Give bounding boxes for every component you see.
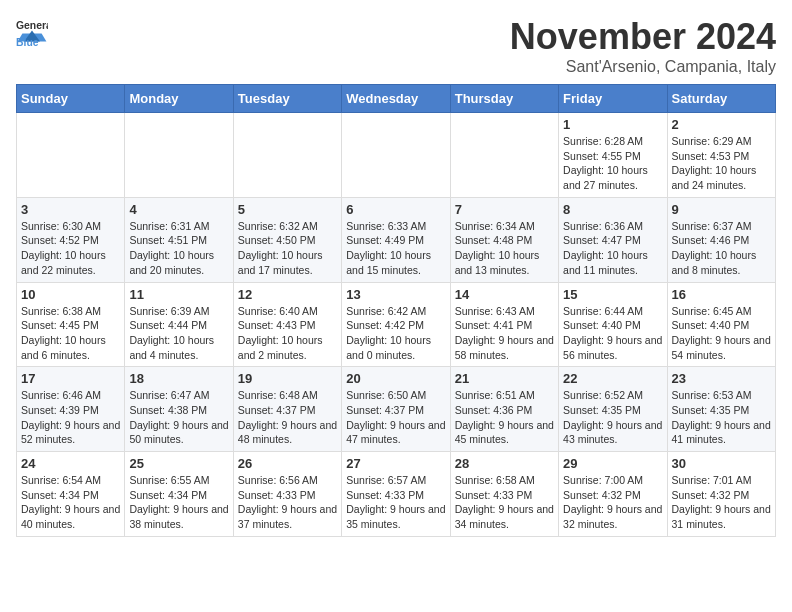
day-number: 23 (672, 371, 771, 386)
calendar-cell: 23Sunrise: 6:53 AM Sunset: 4:35 PM Dayli… (667, 367, 775, 452)
calendar-cell (17, 113, 125, 198)
calendar-cell: 25Sunrise: 6:55 AM Sunset: 4:34 PM Dayli… (125, 452, 233, 537)
calendar-body: 1Sunrise: 6:28 AM Sunset: 4:55 PM Daylig… (17, 113, 776, 537)
day-number: 17 (21, 371, 120, 386)
calendar-cell: 18Sunrise: 6:47 AM Sunset: 4:38 PM Dayli… (125, 367, 233, 452)
header-cell-monday: Monday (125, 85, 233, 113)
calendar-cell: 17Sunrise: 6:46 AM Sunset: 4:39 PM Dayli… (17, 367, 125, 452)
day-number: 10 (21, 287, 120, 302)
svg-text:Blue: Blue (16, 37, 39, 48)
day-number: 16 (672, 287, 771, 302)
calendar-week-5: 24Sunrise: 6:54 AM Sunset: 4:34 PM Dayli… (17, 452, 776, 537)
title-area: November 2024 Sant'Arsenio, Campania, It… (510, 16, 776, 76)
day-number: 19 (238, 371, 337, 386)
day-number: 1 (563, 117, 662, 132)
day-info: Sunrise: 6:46 AM Sunset: 4:39 PM Dayligh… (21, 388, 120, 447)
calendar-cell: 15Sunrise: 6:44 AM Sunset: 4:40 PM Dayli… (559, 282, 667, 367)
day-number: 3 (21, 202, 120, 217)
calendar-week-1: 1Sunrise: 6:28 AM Sunset: 4:55 PM Daylig… (17, 113, 776, 198)
day-info: Sunrise: 6:52 AM Sunset: 4:35 PM Dayligh… (563, 388, 662, 447)
day-info: Sunrise: 6:58 AM Sunset: 4:33 PM Dayligh… (455, 473, 554, 532)
calendar-cell: 6Sunrise: 6:33 AM Sunset: 4:49 PM Daylig… (342, 197, 450, 282)
day-info: Sunrise: 6:31 AM Sunset: 4:51 PM Dayligh… (129, 219, 228, 278)
day-number: 20 (346, 371, 445, 386)
day-number: 30 (672, 456, 771, 471)
day-number: 8 (563, 202, 662, 217)
day-info: Sunrise: 6:32 AM Sunset: 4:50 PM Dayligh… (238, 219, 337, 278)
day-number: 12 (238, 287, 337, 302)
day-number: 18 (129, 371, 228, 386)
calendar-cell: 27Sunrise: 6:57 AM Sunset: 4:33 PM Dayli… (342, 452, 450, 537)
day-info: Sunrise: 6:30 AM Sunset: 4:52 PM Dayligh… (21, 219, 120, 278)
header-cell-friday: Friday (559, 85, 667, 113)
day-info: Sunrise: 6:43 AM Sunset: 4:41 PM Dayligh… (455, 304, 554, 363)
calendar-week-3: 10Sunrise: 6:38 AM Sunset: 4:45 PM Dayli… (17, 282, 776, 367)
day-number: 7 (455, 202, 554, 217)
day-number: 4 (129, 202, 228, 217)
calendar-cell: 26Sunrise: 6:56 AM Sunset: 4:33 PM Dayli… (233, 452, 341, 537)
calendar-cell (450, 113, 558, 198)
day-info: Sunrise: 6:38 AM Sunset: 4:45 PM Dayligh… (21, 304, 120, 363)
header-cell-wednesday: Wednesday (342, 85, 450, 113)
day-number: 11 (129, 287, 228, 302)
location-subtitle: Sant'Arsenio, Campania, Italy (510, 58, 776, 76)
day-info: Sunrise: 6:42 AM Sunset: 4:42 PM Dayligh… (346, 304, 445, 363)
day-info: Sunrise: 6:48 AM Sunset: 4:37 PM Dayligh… (238, 388, 337, 447)
calendar-week-4: 17Sunrise: 6:46 AM Sunset: 4:39 PM Dayli… (17, 367, 776, 452)
calendar-cell: 8Sunrise: 6:36 AM Sunset: 4:47 PM Daylig… (559, 197, 667, 282)
calendar-cell: 22Sunrise: 6:52 AM Sunset: 4:35 PM Dayli… (559, 367, 667, 452)
day-info: Sunrise: 6:37 AM Sunset: 4:46 PM Dayligh… (672, 219, 771, 278)
day-number: 21 (455, 371, 554, 386)
calendar-cell: 14Sunrise: 6:43 AM Sunset: 4:41 PM Dayli… (450, 282, 558, 367)
header: General Blue November 2024 Sant'Arsenio,… (16, 16, 776, 76)
calendar-cell: 7Sunrise: 6:34 AM Sunset: 4:48 PM Daylig… (450, 197, 558, 282)
day-info: Sunrise: 7:00 AM Sunset: 4:32 PM Dayligh… (563, 473, 662, 532)
calendar-cell: 9Sunrise: 6:37 AM Sunset: 4:46 PM Daylig… (667, 197, 775, 282)
header-cell-tuesday: Tuesday (233, 85, 341, 113)
day-info: Sunrise: 6:34 AM Sunset: 4:48 PM Dayligh… (455, 219, 554, 278)
logo: General Blue (16, 16, 48, 48)
calendar-week-2: 3Sunrise: 6:30 AM Sunset: 4:52 PM Daylig… (17, 197, 776, 282)
calendar-cell (342, 113, 450, 198)
header-cell-sunday: Sunday (17, 85, 125, 113)
calendar-table: SundayMondayTuesdayWednesdayThursdayFrid… (16, 84, 776, 537)
day-number: 13 (346, 287, 445, 302)
calendar-cell (125, 113, 233, 198)
month-title: November 2024 (510, 16, 776, 58)
day-info: Sunrise: 6:50 AM Sunset: 4:37 PM Dayligh… (346, 388, 445, 447)
day-number: 24 (21, 456, 120, 471)
day-info: Sunrise: 6:51 AM Sunset: 4:36 PM Dayligh… (455, 388, 554, 447)
calendar-cell: 1Sunrise: 6:28 AM Sunset: 4:55 PM Daylig… (559, 113, 667, 198)
day-number: 5 (238, 202, 337, 217)
calendar-cell: 10Sunrise: 6:38 AM Sunset: 4:45 PM Dayli… (17, 282, 125, 367)
calendar-cell: 11Sunrise: 6:39 AM Sunset: 4:44 PM Dayli… (125, 282, 233, 367)
calendar-cell: 30Sunrise: 7:01 AM Sunset: 4:32 PM Dayli… (667, 452, 775, 537)
calendar-cell: 24Sunrise: 6:54 AM Sunset: 4:34 PM Dayli… (17, 452, 125, 537)
day-number: 14 (455, 287, 554, 302)
calendar-cell: 28Sunrise: 6:58 AM Sunset: 4:33 PM Dayli… (450, 452, 558, 537)
calendar-cell: 29Sunrise: 7:00 AM Sunset: 4:32 PM Dayli… (559, 452, 667, 537)
day-number: 26 (238, 456, 337, 471)
day-info: Sunrise: 6:33 AM Sunset: 4:49 PM Dayligh… (346, 219, 445, 278)
day-info: Sunrise: 6:44 AM Sunset: 4:40 PM Dayligh… (563, 304, 662, 363)
day-info: Sunrise: 6:47 AM Sunset: 4:38 PM Dayligh… (129, 388, 228, 447)
calendar-cell: 19Sunrise: 6:48 AM Sunset: 4:37 PM Dayli… (233, 367, 341, 452)
day-number: 2 (672, 117, 771, 132)
day-number: 25 (129, 456, 228, 471)
day-number: 27 (346, 456, 445, 471)
day-info: Sunrise: 6:53 AM Sunset: 4:35 PM Dayligh… (672, 388, 771, 447)
calendar-cell: 2Sunrise: 6:29 AM Sunset: 4:53 PM Daylig… (667, 113, 775, 198)
day-number: 15 (563, 287, 662, 302)
day-info: Sunrise: 6:36 AM Sunset: 4:47 PM Dayligh… (563, 219, 662, 278)
calendar-cell (233, 113, 341, 198)
day-number: 9 (672, 202, 771, 217)
day-info: Sunrise: 6:40 AM Sunset: 4:43 PM Dayligh… (238, 304, 337, 363)
calendar-cell: 12Sunrise: 6:40 AM Sunset: 4:43 PM Dayli… (233, 282, 341, 367)
calendar-cell: 16Sunrise: 6:45 AM Sunset: 4:40 PM Dayli… (667, 282, 775, 367)
day-info: Sunrise: 6:39 AM Sunset: 4:44 PM Dayligh… (129, 304, 228, 363)
day-number: 29 (563, 456, 662, 471)
day-info: Sunrise: 7:01 AM Sunset: 4:32 PM Dayligh… (672, 473, 771, 532)
header-cell-saturday: Saturday (667, 85, 775, 113)
calendar-cell: 4Sunrise: 6:31 AM Sunset: 4:51 PM Daylig… (125, 197, 233, 282)
day-info: Sunrise: 6:56 AM Sunset: 4:33 PM Dayligh… (238, 473, 337, 532)
